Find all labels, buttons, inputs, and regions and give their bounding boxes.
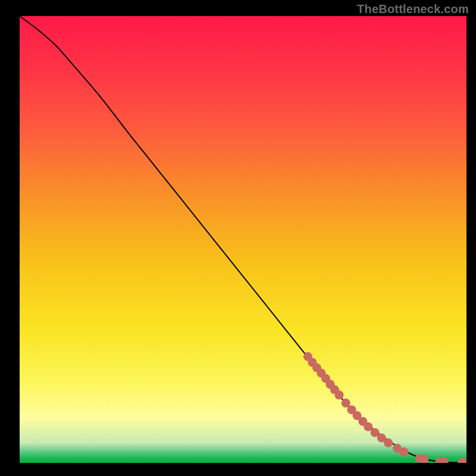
data-dot (334, 390, 343, 399)
gradient-background (20, 16, 466, 463)
chart-frame: TheBottleneck.com (0, 0, 476, 476)
data-dot (399, 447, 408, 456)
data-dot (384, 439, 393, 447)
data-dot (342, 399, 350, 408)
chart-svg (20, 16, 466, 463)
watermark-text: TheBottleneck.com (357, 2, 469, 16)
data-dot (364, 422, 372, 431)
plot-area (20, 16, 466, 463)
